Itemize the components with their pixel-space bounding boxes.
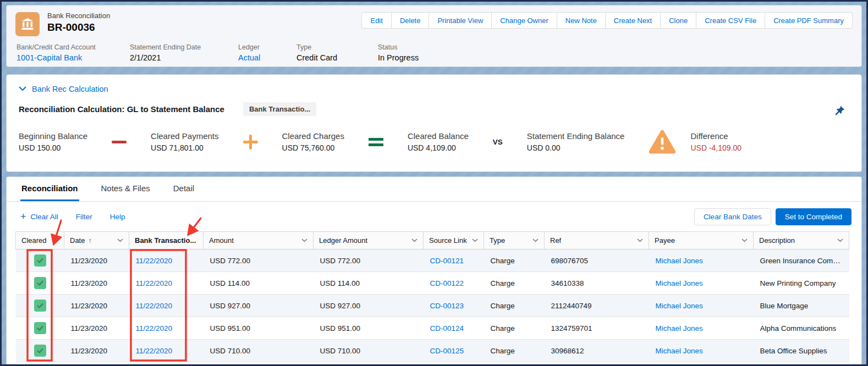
tab-detail[interactable]: Detail <box>172 177 195 201</box>
column-menu-chevron-icon[interactable] <box>532 239 539 242</box>
column-header-ledger-amount[interactable]: Ledger Amount <box>314 232 424 249</box>
equals-operator-icon <box>369 138 383 146</box>
ledger_amount-cell: USD 114.00 <box>314 272 424 295</box>
source-link[interactable]: CD-00124 <box>430 324 464 332</box>
1001-capital-bank-link[interactable]: 1001-Capital Bank <box>17 53 124 62</box>
source-link[interactable]: CD-00122 <box>430 279 464 287</box>
delete-button[interactable]: Delete <box>391 12 430 29</box>
ledger_amount-cell: USD 772.00 <box>314 249 424 272</box>
cleared-cell <box>16 249 64 272</box>
payee-link[interactable]: Michael Jones <box>656 279 703 287</box>
cleared-checkbox[interactable] <box>34 277 46 289</box>
metric-value: USD 71,801.00 <box>151 143 218 152</box>
column-menu-chevron-icon[interactable] <box>837 239 843 242</box>
field-ledger: Ledger Actual <box>238 43 296 62</box>
payee-link[interactable]: Michael Jones <box>656 257 703 265</box>
source-link[interactable]: CD-00125 <box>430 347 464 355</box>
cleared-cell <box>16 295 64 317</box>
column-header-source-link[interactable]: Source Link <box>424 232 484 249</box>
vs-label: VS <box>493 138 503 146</box>
create-csv-file-button[interactable]: Create CSV File <box>696 12 765 29</box>
actual-link[interactable]: Actual <box>238 53 291 62</box>
field-statement-ending-date: Statement Ending Date 2/1/2021 <box>130 43 238 62</box>
column-menu-chevron-icon[interactable] <box>411 239 417 242</box>
metric-value: USD 150.00 <box>19 143 87 152</box>
column-header-cleared[interactable]: Cleared <box>16 232 64 249</box>
field-value: In Progress <box>378 53 419 62</box>
table-row: 11/23/202011/22/2020USD 114.00USD 114.00… <box>16 272 849 295</box>
bank-rec-calculation-section-toggle[interactable]: Bank Rec Calculation <box>19 85 108 93</box>
cleared-checkbox[interactable] <box>34 300 46 312</box>
column-menu-chevron-icon[interactable] <box>301 239 307 242</box>
date-cell: 11/23/2020 <box>64 317 129 340</box>
source-cell: CD-00122 <box>424 272 484 295</box>
column-header-date[interactable]: Date ↑ <box>64 232 129 249</box>
bank_date-link[interactable]: 11/22/2020 <box>136 324 173 332</box>
source-link[interactable]: CD-00121 <box>430 257 464 265</box>
change-owner-button[interactable]: Change Owner <box>491 12 557 29</box>
payee-link[interactable]: Michael Jones <box>656 347 703 355</box>
column-label: Amount <box>209 236 234 245</box>
cleared-checkbox[interactable] <box>34 254 46 267</box>
detail-tabs-card: Reconciliation Notes & Files Detail + Cl… <box>6 176 862 364</box>
new-note-button[interactable]: New Note <box>557 12 606 29</box>
column-menu-chevron-icon[interactable] <box>117 239 123 242</box>
bank_date-cell: 11/22/2020 <box>129 272 204 295</box>
column-header-ref[interactable]: Ref <box>545 232 649 249</box>
create-pdf-summary-button[interactable]: Create PDF Summary <box>765 12 853 29</box>
bank_date-link[interactable]: 11/22/2020 <box>136 302 173 310</box>
bank-transactions-tab-chip[interactable]: Bank Transactio... <box>243 102 316 116</box>
reconciliation-table-wrap: Cleared Date ↑ Bank Transactio... Amount <box>7 231 861 364</box>
column-header-amount[interactable]: Amount <box>204 232 314 249</box>
record-header-card: Bank Reconciliation BR-00036 EditDeleteP… <box>6 5 862 67</box>
metric-difference: Difference USD -4,109.00 <box>690 131 741 152</box>
column-header-bank-transactio[interactable]: Bank Transactio... <box>129 232 204 249</box>
ledger_amount-cell: USD 927.00 <box>314 295 424 317</box>
help-link[interactable]: Help <box>110 213 125 221</box>
ledger_amount-cell: USD 951.00 <box>314 317 424 340</box>
payee-link[interactable]: Michael Jones <box>656 302 703 310</box>
bank_date-cell: 11/22/2020 <box>129 249 204 272</box>
edit-button[interactable]: Edit <box>361 12 391 29</box>
tab-bar: Reconciliation Notes & Files Detail <box>7 177 861 202</box>
reconciliation-formula-row: Beginning Balance USD 150.00 Cleared Pay… <box>19 129 849 154</box>
bank_date-link[interactable]: 11/22/2020 <box>136 257 173 265</box>
column-header-payee[interactable]: Payee <box>649 232 754 249</box>
column-header-type[interactable]: Type <box>484 232 545 249</box>
metric-label: Beginning Balance <box>19 131 87 141</box>
source-link[interactable]: CD-00123 <box>430 302 464 310</box>
column-label: Source Link <box>429 236 467 245</box>
ref-cell: 698076705 <box>545 249 649 272</box>
column-menu-chevron-icon[interactable] <box>741 239 748 242</box>
create-next-button[interactable]: Create Next <box>605 12 661 29</box>
record-action-buttons: EditDeletePrintable ViewChange OwnerNew … <box>362 12 853 29</box>
pin-icon[interactable] <box>835 106 845 118</box>
field-label: Status <box>378 43 419 51</box>
clone-button[interactable]: Clone <box>660 12 696 29</box>
field-label: Statement Ending Date <box>130 43 233 51</box>
bank_date-link[interactable]: 11/22/2020 <box>136 347 173 355</box>
set-to-completed-button[interactable]: Set to Completed <box>776 208 851 225</box>
description-cell: Beta Office Supplies <box>754 340 849 362</box>
toolbar-link-label: Clear All <box>31 213 58 221</box>
type-cell: Charge <box>484 317 545 340</box>
ref-cell: 30968612 <box>545 340 649 362</box>
tab-notes-files[interactable]: Notes & Files <box>100 177 151 201</box>
field-value: Credit Card <box>296 53 372 62</box>
bank-rec-calculation-card: Bank Rec Calculation Reconciliation Calc… <box>6 74 862 172</box>
clear-all-link[interactable]: + Clear All <box>20 212 58 221</box>
description-cell: Alpha Communications <box>754 317 849 340</box>
column-header-description[interactable]: Description <box>754 232 849 249</box>
column-menu-chevron-icon[interactable] <box>637 239 643 242</box>
amount-cell: USD 951.00 <box>204 317 314 340</box>
payee-link[interactable]: Michael Jones <box>656 324 703 332</box>
cleared-checkbox[interactable] <box>34 345 46 357</box>
column-menu-chevron-icon[interactable] <box>472 239 478 242</box>
cleared-checkbox[interactable] <box>34 322 46 334</box>
clear-bank-dates-button[interactable]: Clear Bank Dates <box>694 208 771 225</box>
metric-value: USD -4,109.00 <box>690 143 741 152</box>
bank_date-link[interactable]: 11/22/2020 <box>136 279 173 287</box>
tab-reconciliation[interactable]: Reconciliation <box>20 177 79 201</box>
printable-view-button[interactable]: Printable View <box>428 12 492 29</box>
filter-link[interactable]: Filter <box>76 213 92 221</box>
